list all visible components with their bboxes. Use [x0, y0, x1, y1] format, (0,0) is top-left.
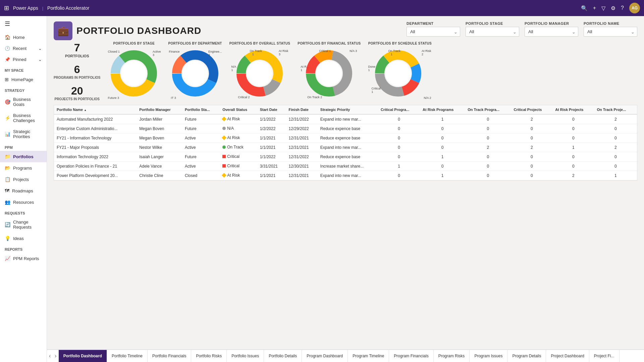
tab-program-financials[interactable]: Program Financials — [389, 350, 433, 362]
tab-portfolio-dashboard[interactable]: Portfolio Dashboard — [59, 350, 107, 362]
cell-priority: Reduce expence base — [318, 124, 378, 133]
tab-project-dashboard[interactable]: Project Dashboard — [546, 350, 589, 362]
cell-start: 1/1/2021 — [257, 171, 286, 180]
cell-manager: Christie Cline — [137, 171, 182, 180]
table-row[interactable]: Enterprise Custom Administratio... Megan… — [54, 124, 637, 133]
table-row[interactable]: Information Technology 2022 Isaiah Lange… — [54, 152, 637, 162]
col-crit-projects[interactable]: Critical Projects — [511, 105, 553, 114]
challenges-icon: ⚡ — [5, 115, 10, 121]
cell-on-track-proj: 2 — [594, 114, 637, 124]
sidebar-item-strategic-priorities[interactable]: 📊 Strategic Priorities — [0, 126, 47, 142]
tab-program-dashboard[interactable]: Program Dashboard — [302, 350, 348, 362]
chart-by-department: PORTFOLIOS BY DEPARTMENT Finance Enginee… — [168, 42, 222, 100]
table-row[interactable]: Automated Manufacturing 2022 Jordan Mill… — [54, 114, 637, 124]
tab-portfolio-timeline[interactable]: Portfolio Timeline — [107, 350, 148, 362]
cell-finish: 12/30/2021 — [286, 162, 318, 171]
col-portfolio-stage[interactable]: Portfolio Sta... — [182, 105, 220, 114]
sidebar-item-portfolios[interactable]: 📁 Portfolios — [0, 151, 47, 162]
col-portfolio-manager[interactable]: Portfolio Manager — [137, 105, 182, 114]
sidebar-item-ideas[interactable]: 💡 Ideas — [0, 233, 47, 244]
charts-row: PORTFOLIOS BY STAGE Closed 1 A — [107, 42, 637, 100]
reports-icon: 📈 — [5, 256, 10, 261]
help-icon[interactable]: ? — [621, 5, 624, 11]
cell-status: On Track — [220, 143, 257, 152]
sidebar-item-business-goals[interactable]: 🎯 Business Goals — [0, 94, 47, 110]
sidebar-item-pinned[interactable]: 📌 Pinned ⌄ — [0, 54, 47, 65]
tab-nav-next[interactable]: › — [53, 350, 58, 362]
cell-manager: Megan Boven — [137, 133, 182, 143]
table-row[interactable]: Operation Policies in Finance - 21 Adele… — [54, 162, 637, 171]
cell-crit-proj: 0 — [511, 171, 553, 180]
col-start-date[interactable]: Start Date — [257, 105, 286, 114]
table-row[interactable]: Power Platform Development 20... Christi… — [54, 171, 637, 180]
col-at-risk-programs[interactable]: At Risk Programs — [420, 105, 465, 114]
tab-program-issues[interactable]: Program Issues — [470, 350, 507, 362]
hamburger-menu[interactable]: ☰ — [0, 16, 47, 32]
tab-portfolio-financials[interactable]: Portfolio Financials — [148, 350, 191, 362]
cell-at-risk-proj: 0 — [552, 133, 594, 143]
main-content: 💼 PORTFOLIO DASHBOARD DEPARTMENT All — [47, 16, 644, 362]
sidebar-item-resources[interactable]: 👥 Resources — [0, 196, 47, 208]
cell-on-track-prog: 0 — [465, 152, 511, 162]
department-select[interactable]: All — [407, 27, 460, 37]
cell-at-risk-proj: 2 — [552, 171, 594, 180]
cell-name: Automated Manufacturing 2022 — [54, 114, 137, 124]
sidebar-item-change-requests[interactable]: 🔄 Change Requests — [0, 217, 47, 233]
col-strategic-priority[interactable]: Strategic Priority — [318, 105, 378, 114]
cell-status: At Risk — [220, 171, 257, 180]
avatar[interactable]: AG — [629, 3, 640, 13]
cell-crit-prog: 0 — [378, 114, 420, 124]
filter-portfolio-manager: PORTFOLIO MANAGER All — [525, 21, 578, 37]
tab-program-timeline[interactable]: Program Timeline — [348, 350, 389, 362]
portfolio-stage-select[interactable]: All — [466, 27, 519, 37]
tab-nav-prev[interactable]: ‹ — [47, 350, 53, 362]
sidebar-item-business-challenges[interactable]: ⚡ Business Challenges — [0, 110, 47, 126]
tab-portfolio-details[interactable]: Portfolio Details — [264, 350, 302, 362]
col-overall-status[interactable]: Overall Status — [220, 105, 257, 114]
apps-icon[interactable]: ⊞ — [4, 4, 9, 12]
tab-program-risks[interactable]: Program Risks — [434, 350, 470, 362]
cell-on-track-prog: 0 — [465, 162, 511, 171]
col-at-risk-projects[interactable]: At Risk Projects — [552, 105, 594, 114]
cell-priority: Reduce expence base — [318, 133, 378, 143]
col-portfolio-name[interactable]: Portfolio Name ▲ — [54, 105, 137, 114]
col-crit-programs[interactable]: Critical Progra... — [378, 105, 420, 114]
col-on-track-projects[interactable]: On Track Proje... — [594, 105, 637, 114]
sidebar-item-ppm-reports[interactable]: 📈 PPM Reports — [0, 253, 47, 264]
cell-at-risk-proj: 0 — [552, 152, 594, 162]
cell-start: 1/2/2022 — [257, 124, 286, 133]
sidebar: ☰ 🏠 Home 🕐 Recent ⌄ 📌 Pinned ⌄ My Space … — [0, 16, 47, 362]
cell-on-track-proj: 0 — [594, 162, 637, 171]
filter-icon[interactable]: ▽ — [601, 5, 605, 11]
col-on-track-programs[interactable]: On Track Progra... — [465, 105, 511, 114]
sidebar-item-homepage[interactable]: ⊞ HomePage — [0, 74, 47, 85]
search-icon[interactable]: 🔍 — [581, 5, 588, 11]
cell-at-risk-prog: 1 — [420, 152, 465, 162]
cell-manager: Adele Vance — [137, 162, 182, 171]
sidebar-item-recent[interactable]: 🕐 Recent ⌄ — [0, 43, 47, 54]
col-finish-date[interactable]: Finish Date — [286, 105, 318, 114]
section-myspace: My Space — [0, 65, 47, 74]
cell-start: 1/1/2022 — [257, 152, 286, 162]
settings-icon[interactable]: ⚙ — [611, 5, 615, 11]
table-row[interactable]: FY21 - Major Proposals Nestor Wilke Acti… — [54, 143, 637, 152]
tab-portfolio-issues[interactable]: Portfolio Issues — [227, 350, 264, 362]
tab-program-details[interactable]: Program Details — [507, 350, 546, 362]
cell-crit-prog: 0 — [378, 133, 420, 143]
section-reports: Reports — [0, 244, 47, 253]
cell-crit-prog: 0 — [378, 152, 420, 162]
add-icon[interactable]: + — [593, 5, 596, 11]
table-row[interactable]: FY21 - Information Technology Megan Bove… — [54, 133, 637, 143]
cell-manager: Megan Boven — [137, 124, 182, 133]
portfolio-name-select[interactable]: All — [584, 27, 637, 37]
tab-portfolio-risks[interactable]: Portfolio Risks — [191, 350, 227, 362]
sidebar-item-roadmaps[interactable]: 🗺 Roadmaps — [0, 185, 47, 196]
tab-project-fi...[interactable]: Project Fi... — [589, 350, 620, 362]
portfolio-manager-select[interactable]: All — [525, 27, 578, 37]
stage-closed-label: Closed 1 — [108, 50, 120, 53]
sidebar-item-projects[interactable]: 📋 Projects — [0, 174, 47, 185]
cell-crit-proj: 2 — [511, 114, 553, 124]
priorities-icon: 📊 — [5, 131, 10, 137]
sidebar-item-home[interactable]: 🏠 Home — [0, 32, 47, 43]
sidebar-item-programs[interactable]: 📂 Programs — [0, 162, 47, 174]
